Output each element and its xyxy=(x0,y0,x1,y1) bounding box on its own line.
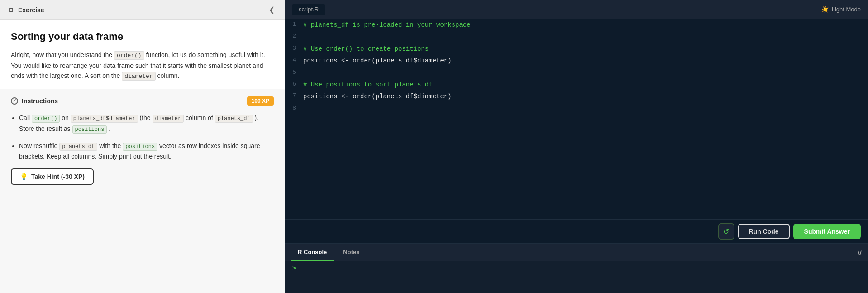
code-order-1: order() xyxy=(32,115,60,123)
line-content-1: # planets_df is pre-loaded in your works… xyxy=(303,19,868,31)
line-content-6: # Use positions to sort planets_df xyxy=(303,79,868,91)
line-num-7: 7 xyxy=(285,91,303,102)
instructions-icon: ✓ xyxy=(11,97,18,105)
line-num-6: 6 xyxy=(285,79,303,90)
line-content-7: positions <- order(planets_df$diameter) xyxy=(303,91,868,102)
tab-r-console[interactable]: R Console xyxy=(291,244,334,261)
console-tabs-left: R Console Notes xyxy=(291,244,367,261)
exercise-header-left: ⊟ Exercise xyxy=(7,6,44,14)
sun-icon: ☀️ xyxy=(821,6,829,13)
hint-icon: 💡 xyxy=(20,173,28,180)
editor-toolbar: ↺ Run Code Submit Answer xyxy=(285,219,868,243)
line-content-5 xyxy=(303,67,868,79)
console-prompt: > xyxy=(292,265,296,272)
instructions-title: ✓ Instructions xyxy=(11,97,58,105)
instructions-section: ✓ Instructions 100 XP Call order() on pl… xyxy=(0,89,285,293)
code-positions-2: positions xyxy=(123,143,157,151)
code-line-2: 2 xyxy=(285,31,868,43)
console-expand-button[interactable]: ∨ xyxy=(857,248,863,258)
instructions-list: Call order() on planets_df$diameter (the… xyxy=(11,113,274,162)
exercise-header-title: Exercise xyxy=(18,6,44,14)
console-body[interactable]: > xyxy=(285,261,868,284)
instruction-item-1: Call order() on planets_df$diameter (the… xyxy=(19,113,274,134)
light-mode-button[interactable]: ☀️ Light Mode xyxy=(821,6,861,13)
code-line-5: 5 xyxy=(285,67,868,79)
code-planets-diameter: planets_df$diameter xyxy=(71,115,138,123)
code-diameter: diameter xyxy=(122,72,155,81)
console-section: R Console Notes ∨ > xyxy=(285,243,868,293)
line-content-8 xyxy=(303,103,868,115)
code-planets-df-1: planets_df xyxy=(215,115,253,123)
code-editor[interactable]: 1 # planets_df is pre-loaded in your wor… xyxy=(285,19,868,219)
exercise-icon: ⊟ xyxy=(7,6,14,14)
run-code-button[interactable]: Run Code xyxy=(738,224,790,239)
code-planets-df-2: planets_df xyxy=(59,143,97,151)
editor-header: script.R ☀️ Light Mode xyxy=(285,0,868,19)
exercise-header: ⊟ Exercise ❮ xyxy=(0,0,285,20)
xp-badge: 100 XP xyxy=(247,96,274,106)
code-positions-1: positions xyxy=(72,125,107,134)
line-num-2: 2 xyxy=(285,31,303,42)
light-mode-label: Light Mode xyxy=(832,6,861,13)
instructions-label: Instructions xyxy=(22,97,58,105)
line-num-5: 5 xyxy=(285,67,303,78)
instruction-item-2: Now reshuffle planets_df with the positi… xyxy=(19,141,274,163)
instructions-header: ✓ Instructions 100 XP xyxy=(11,96,274,106)
line-content-2 xyxy=(303,31,868,43)
code-order: order() xyxy=(114,51,144,60)
code-line-3: 3 # Use order() to create positions xyxy=(285,43,868,55)
exercise-title: Sorting your data frame xyxy=(11,31,274,43)
reset-button[interactable]: ↺ xyxy=(718,223,734,240)
exercise-description: Alright, now that you understand the ord… xyxy=(11,50,274,82)
console-tabs: R Console Notes ∨ xyxy=(285,244,868,261)
hint-button[interactable]: 💡 Take Hint (-30 XP) xyxy=(11,168,94,185)
code-line-8: 8 xyxy=(285,103,868,115)
line-num-1: 1 xyxy=(285,19,303,30)
exercise-content: Sorting your data frame Alright, now tha… xyxy=(0,20,285,89)
submit-answer-button[interactable]: Submit Answer xyxy=(793,224,861,239)
line-content-4: positions <- order(planets_df$diameter) xyxy=(303,55,868,67)
file-tab[interactable]: script.R xyxy=(292,4,325,15)
tab-notes[interactable]: Notes xyxy=(336,244,367,261)
hint-label: Take Hint (-30 XP) xyxy=(31,173,85,180)
code-line-4: 4 positions <- order(planets_df$diameter… xyxy=(285,55,868,67)
code-line-6: 6 # Use positions to sort planets_df xyxy=(285,79,868,91)
line-num-8: 8 xyxy=(285,103,303,114)
left-panel: ⊟ Exercise ❮ Sorting your data frame Alr… xyxy=(0,0,285,293)
right-panel: script.R ☀️ Light Mode 1 # planets_df is… xyxy=(285,0,868,293)
code-line-7: 7 positions <- order(planets_df$diameter… xyxy=(285,91,868,102)
line-num-3: 3 xyxy=(285,43,303,54)
line-content-3: # Use order() to create positions xyxy=(303,43,868,55)
code-diameter-2: diameter xyxy=(153,115,184,123)
code-line-1: 1 # planets_df is pre-loaded in your wor… xyxy=(285,19,868,31)
collapse-button[interactable]: ❮ xyxy=(266,5,277,15)
line-num-4: 4 xyxy=(285,55,303,66)
